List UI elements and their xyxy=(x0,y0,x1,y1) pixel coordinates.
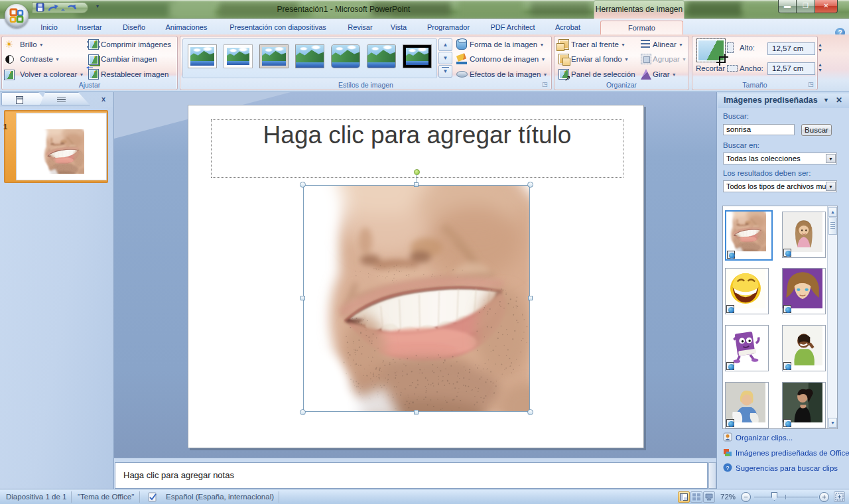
svg-text:?: ? xyxy=(726,465,730,472)
